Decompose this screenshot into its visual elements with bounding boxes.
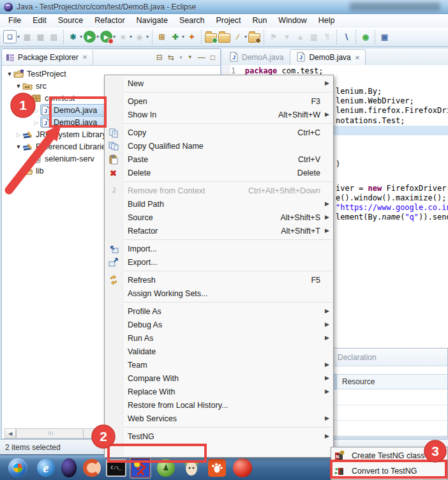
start-button[interactable] [8,458,28,478]
menubar-item-help[interactable]: Help [313,15,341,26]
new-wizard-button[interactable]: ❏▾ [3,29,20,45]
tree-item-jre-system-library[interactable]: ▷JRE System Library [15,128,106,140]
green-orb-app[interactable]: ♟ [156,458,176,478]
menubar-item-search[interactable]: Search [174,15,211,26]
tree-item-lib[interactable]: lib [15,165,44,177]
menu-item-debug-as[interactable]: Debug As▶ [105,318,333,331]
mark-occurrences-button[interactable]: ∖ [340,29,352,45]
new-java-project-button[interactable]: ⊞ [156,29,168,45]
menu-item-restore-from-local-history-[interactable]: Restore from Local History... [105,398,333,412]
menu-item-profile-as[interactable]: Profile As▶ [105,304,333,318]
menu-item-replace-with[interactable]: Replace With▶ [105,385,333,398]
menubar-item-run[interactable]: Run [246,15,273,26]
open-type-button[interactable] [205,29,217,45]
menu-item-assign-working-sets-[interactable]: Assign Working Sets... [105,287,333,300]
expander-open-icon[interactable]: ▼ [15,144,22,150]
tree-item-com-test[interactable]: ▼com.test [24,92,75,104]
dropdown-arrow-icon[interactable]: ▾ [130,34,132,40]
search-button[interactable]: ∕▾ [232,29,247,45]
menu-item-delete[interactable]: ✖DeleteDelete [105,166,333,179]
expander-open-icon[interactable]: ▼ [15,83,22,89]
run-button[interactable]: ▶▾ [84,29,99,45]
dropdown-arrow-icon[interactable]: ▾ [113,34,116,40]
menubar-item-navigate[interactable]: Navigate [131,15,174,26]
minimize-icon[interactable]: — [198,53,205,62]
menu-item-source[interactable]: SourceAlt+Shift+S▶ [105,211,333,224]
expander-closed-icon[interactable]: ▷ [33,119,40,126]
menu-item-compare-with[interactable]: Compare With▶ [105,371,333,385]
expander-open-icon[interactable]: ▼ [6,71,13,77]
menu-item-show-in[interactable]: Show InAlt+Shift+W▶ [105,108,333,121]
close-tab-icon[interactable]: ✕ [355,54,360,61]
scrollbar-thumb[interactable] [16,429,84,438]
tree-item-src[interactable]: ▼src [15,80,47,92]
close-view-icon[interactable]: ✕ [82,54,87,61]
expander-closed-icon[interactable]: ▷ [15,131,22,138]
editor-tab-demoa-java[interactable]: JDemoA.java [223,50,288,65]
view-menu-icon[interactable]: ● [179,54,183,60]
tree-item-demob-java[interactable]: ▷JDemoB.java [33,116,97,128]
run-external-button[interactable]: ▶▾ [100,29,116,45]
new-testng-class-button[interactable]: ✦ [186,29,198,45]
menu-item-export-[interactable]: Export... [105,255,333,269]
menu-item-web-services[interactable]: Web Services▶ [105,412,333,425]
debug-button[interactable]: ✱▾ [67,29,82,45]
dropdown-arrow-icon[interactable]: ▾ [80,34,82,40]
menu-item-open[interactable]: OpenF3 [105,94,333,108]
scroll-left-icon[interactable]: ◀ [5,429,16,438]
menubar-item-project[interactable]: Project [211,15,247,26]
menubar-item-edit[interactable]: Edit [27,15,52,26]
menu-item-refactor[interactable]: RefactorAlt+Shift+T▶ [105,224,333,237]
dropdown-arrow-icon[interactable]: ▾ [96,34,99,40]
command-prompt[interactable]: C:\_ [106,458,126,478]
menu-item-testng[interactable]: TestNG▶ [105,430,333,443]
menu-item-copy-qualified-name[interactable]: Copy Qualified Name [105,139,333,153]
menubar-item-file[interactable]: File [3,15,27,26]
menu-item-copy[interactable]: CopyCtrl+C [105,126,333,139]
scroll-right-icon[interactable]: ▶ [94,429,105,438]
tree-item-referenced-libraries[interactable]: ▼Referenced Libraries [15,140,110,153]
link-with-editor-icon[interactable]: ⇆ [168,53,174,62]
avatar-app[interactable] [181,458,202,478]
menu-item-refresh[interactable]: RefreshF5 [105,273,333,287]
menu-item-validate[interactable]: Validate [105,345,333,358]
horizontal-scrollbar[interactable]: ◀ ▶ [4,428,105,439]
dropdown-arrow-icon[interactable]: ▾ [244,34,247,40]
dropdown-arrow-icon[interactable]: ▾ [17,34,20,40]
open-resource-button[interactable] [218,29,230,45]
expander-open-icon[interactable]: ▼ [24,95,31,101]
orange-swirl-app[interactable] [82,458,102,478]
tree-item-demoa-java[interactable]: ▷JDemoA.java [33,104,97,116]
submenu-item-create-testng-class[interactable]: NCreate TestNG class [331,448,447,463]
tree-item-testproject[interactable]: ▼TestProject [6,68,66,80]
table-header-resource[interactable]: Resource [336,374,447,389]
new-java-class-button[interactable]: ✚▾ [169,29,184,45]
gnome-app[interactable] [207,458,227,478]
editor-tab-demob-java[interactable]: JDemoB.java✕ [290,49,366,65]
expander-closed-icon[interactable]: ▷ [33,107,40,114]
collapse-all-icon[interactable]: ⊟ [156,53,163,62]
internet-explorer[interactable]: e [36,458,56,478]
menu-item-new[interactable]: New▶ [105,77,333,90]
run-testng-button[interactable]: ◉ [359,29,371,45]
menu-item-paste[interactable]: PasteCtrl+V [105,153,333,166]
red-orb-app[interactable] [232,458,253,478]
paint-app[interactable] [130,458,151,478]
submenu-item-convert-to-testng[interactable]: Convert to TestNG [331,463,447,479]
menu-item-run-as[interactable]: Run As▶ [105,331,333,345]
menu-item-import-[interactable]: Import... [105,242,333,255]
dropdown-arrow-icon[interactable]: ▾ [182,34,184,40]
dropdown-arrow-icon[interactable]: ▾ [146,34,149,40]
eclipse-app[interactable] [59,458,79,478]
menubar-item-window[interactable]: Window [273,15,312,26]
menu-item-build-path[interactable]: Build Path▶ [105,197,333,211]
java-perspective-button[interactable]: ▣ [378,29,391,45]
menubar-item-source[interactable]: Source [52,15,89,26]
dropdown-icon[interactable]: ▼ [188,54,193,60]
tree-item-selenium-serv[interactable]: 010selenium-serv [24,153,94,165]
menu-item-team[interactable]: Team▶ [105,358,333,371]
open-task-button[interactable] [248,29,260,45]
maximize-icon[interactable]: □ [211,53,215,62]
menubar-item-refactor[interactable]: Refactor [89,15,130,26]
tab-package-explorer[interactable]: Package Explorer ✕ [2,49,93,65]
